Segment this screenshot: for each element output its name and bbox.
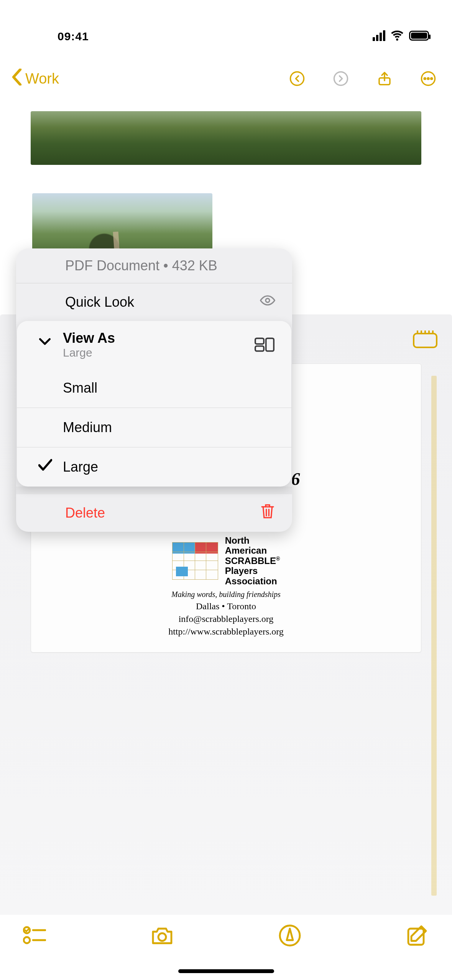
redo-button (329, 66, 353, 91)
chevron-left-icon (12, 69, 22, 89)
cellular-icon (373, 30, 385, 41)
naspa-logo-icon (172, 542, 218, 580)
home-indicator (178, 969, 274, 973)
menu-meta: PDF Document • 432 KB (65, 258, 217, 274)
battery-icon (409, 31, 429, 41)
menu-delete-label: Delete (65, 505, 105, 521)
back-label: Work (25, 71, 59, 87)
pdf-cities: Dallas • Toronto (38, 601, 414, 612)
undo-button[interactable] (285, 66, 309, 91)
svg-rect-7 (414, 334, 437, 347)
svg-point-4 (424, 78, 426, 79)
svg-point-0 (291, 72, 304, 86)
menu-quick-look-label: Quick Look (65, 294, 134, 310)
svg-rect-14 (255, 338, 264, 344)
attachment-context-menu: PDF Document • 432 KB Quick Look View As… (16, 248, 292, 532)
menu-header: PDF Document • 432 KB (16, 248, 292, 283)
view-option-small-label: Small (63, 380, 97, 396)
share-button[interactable] (372, 66, 397, 91)
svg-point-1 (334, 72, 348, 86)
view-as-title: View As (63, 330, 273, 346)
menu-quick-look[interactable]: Quick Look (16, 283, 292, 321)
status-time: 09:41 (23, 30, 89, 43)
scroll-indicator (431, 376, 437, 896)
view-option-medium-label: Medium (63, 419, 112, 436)
inline-photo-large[interactable] (31, 111, 421, 165)
trash-icon (260, 504, 275, 523)
view-option-large-label: Large (63, 459, 98, 475)
navigation-bar: Work (0, 58, 452, 100)
pdf-email: info@scrabbleplayers.org (38, 614, 414, 624)
status-indicators (373, 28, 429, 43)
svg-point-21 (24, 937, 30, 943)
note-content: nwl2020-new-booklet t on Changes Since 2… (0, 111, 452, 980)
camera-button[interactable] (151, 924, 174, 949)
view-as-submenu: View As Large Small Medium Large (17, 321, 291, 487)
svg-point-13 (266, 299, 270, 303)
status-bar: 09:41 (0, 0, 452, 50)
svg-point-6 (431, 78, 432, 79)
svg-rect-16 (266, 338, 274, 351)
keyboard-icon[interactable] (413, 330, 437, 350)
checkmark-icon (38, 459, 52, 476)
view-option-small[interactable]: Small (17, 368, 291, 408)
compose-button[interactable] (406, 924, 429, 949)
pdf-tagline: Making words, building friendships (38, 590, 414, 599)
view-as-current: Large (63, 346, 273, 359)
pdf-url: http://www.scrabbleplayers.org (38, 626, 414, 637)
view-option-large[interactable]: Large (17, 447, 291, 487)
markup-button[interactable] (278, 924, 301, 949)
svg-point-5 (427, 78, 429, 79)
layout-icon (255, 337, 274, 354)
chevron-down-icon (39, 336, 51, 349)
svg-rect-15 (255, 346, 264, 351)
wifi-icon (391, 28, 404, 43)
menu-view-as[interactable]: View As Large (17, 321, 291, 368)
naspa-name: North American SCRABBLE® Players Associa… (225, 536, 280, 586)
svg-point-23 (158, 933, 166, 941)
eye-icon (260, 293, 275, 312)
menu-delete[interactable]: Delete (16, 494, 292, 532)
view-option-medium[interactable]: Medium (17, 408, 291, 447)
checklist-button[interactable] (23, 924, 46, 949)
back-button[interactable]: Work (12, 69, 59, 89)
more-button[interactable] (416, 66, 440, 91)
bottom-toolbar (0, 915, 452, 980)
